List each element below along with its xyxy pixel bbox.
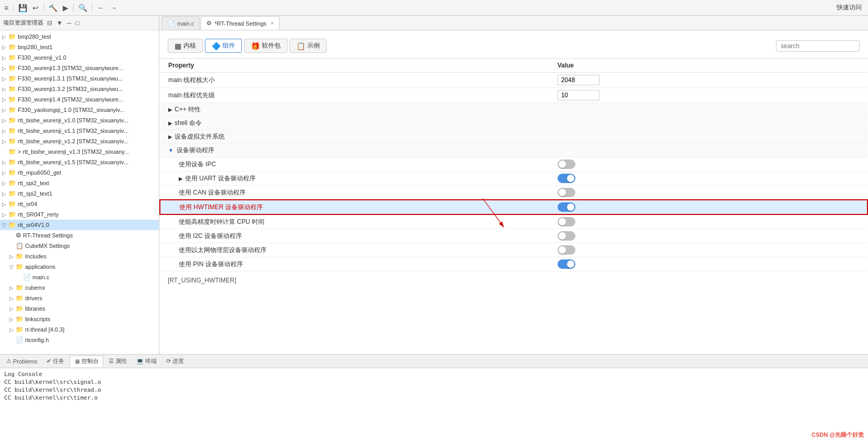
tree-arrow-drivers[interactable]: ▷	[9, 296, 15, 301]
prop-toggle-8[interactable]	[549, 186, 867, 200]
toolbar-icon-run[interactable]: ▶	[61, 3, 71, 13]
bottom-tab-terminal[interactable]: 💻终端	[132, 356, 161, 367]
sidebar-item-F330_wurenji1.3.2[interactable]: ▷📁F330_wurenji1.3.2 [STM32_sixuanyiwu...	[0, 84, 159, 94]
tree-arrow-F330_wurenji1.4[interactable]: ▷	[2, 97, 7, 103]
sidebar-item-rtt_bishe_wurenji_v1.0[interactable]: ▷📁rtt_bishe_wurenji_v1.0 [STM32_sixuanyi…	[0, 115, 159, 126]
sidebar-maximize-icon[interactable]: □	[74, 19, 80, 27]
sidebar-item-rtconfig_h[interactable]: 📄rtconfig.h	[0, 335, 159, 345]
tree-arrow-rtt_bishe_wurenji_v1.5[interactable]: ▷	[2, 160, 7, 165]
tree-arrow-F330_wurenji1.3.1[interactable]: ▷	[2, 76, 7, 82]
sidebar-item-rtt_bishe_wurenji_v1.3[interactable]: 📁> rtt_bishe_wurenji_v1.3 [STM32_sixuany…	[0, 146, 159, 157]
sidebar-minimize-icon[interactable]: ─	[65, 19, 73, 27]
tree-arrow-rtt_bishe_wurenji_v1.2[interactable]: ▷	[2, 139, 7, 144]
tab-main_c[interactable]: 📄main.c	[161, 16, 200, 30]
prop-toggle-section-val-7[interactable]	[549, 172, 867, 186]
section-arrow-inner-7[interactable]: ▶	[179, 176, 183, 181]
toggle-switch-11[interactable]	[558, 231, 575, 241]
prop-toggle-6[interactable]	[549, 157, 867, 172]
toggle-switch-10[interactable]	[558, 217, 575, 226]
bottom-tab-console[interactable]: 🖥控制台	[70, 356, 103, 367]
toggle-switch-9[interactable]	[558, 202, 575, 212]
tree-arrow-F330_wurenji1.3.2[interactable]: ▷	[2, 86, 7, 92]
sub-tab-packages[interactable]: 🎁软件包	[244, 39, 287, 53]
tree-arrow-F330_wurenji1.3[interactable]: ▷	[2, 65, 7, 71]
toggle-switch-7[interactable]	[558, 174, 575, 183]
sidebar-item-bnp280_test1[interactable]: ▷📁bnp280_test1	[0, 42, 159, 52]
tree-arrow-Includes[interactable]: ▷	[9, 254, 15, 259]
section-arrow-4[interactable]: ▶	[168, 134, 172, 140]
bottom-tab-progress[interactable]: ⟳进度	[162, 356, 188, 367]
bottom-tab-tasks[interactable]: ✔任务	[42, 356, 68, 367]
tree-arrow-bnp280_test1[interactable]: ▷	[2, 44, 7, 50]
tree-arrow-rtt_mpu6050_get[interactable]: ▷	[2, 170, 7, 176]
toggle-switch-6[interactable]	[558, 160, 575, 169]
sidebar-item-rtt_spi2_text1[interactable]: ▷📁rtt_spi2_text1	[0, 188, 159, 199]
toolbar-icon-build[interactable]: 🔨	[47, 3, 60, 13]
prop-toggle-11[interactable]	[549, 229, 867, 243]
tree-arrow-F330_yaokongqi_1.0[interactable]: ▷	[2, 107, 7, 113]
prop-section-label-2[interactable]: ▶C++ 特性	[160, 103, 867, 117]
bottom-tab-problems[interactable]: ⚠Problems	[2, 356, 41, 367]
tree-arrow-rtt_sr04[interactable]: ▷	[2, 201, 7, 207]
tree-arrow-rtt_bishe_wurenji_v1.0[interactable]: ▷	[2, 118, 7, 123]
bottom-tab-properties[interactable]: ☰属性	[105, 356, 131, 367]
sidebar-item-F330_wurenji1.4[interactable]: ▷📁F330_wurenji1.4 [STM32_sixuanyiwure...	[0, 94, 159, 105]
sidebar-item-drivers[interactable]: ▷📁drivers	[0, 293, 159, 303]
section-expand-arrow-5[interactable]: ▼	[168, 147, 173, 153]
tree-arrow-rtt_bishe_wurenji_v1.1[interactable]: ▷	[2, 128, 7, 134]
tree-arrow-rtt_SR04T_rerty[interactable]: ▷	[2, 212, 7, 218]
toolbar-icon-search[interactable]: 🔍	[76, 3, 89, 13]
toggle-switch-13[interactable]	[558, 259, 575, 269]
sidebar-collapse-icon[interactable]: ⊟	[45, 19, 54, 27]
sub-tab-components[interactable]: 🔷组件	[205, 39, 242, 53]
prop-value-0[interactable]	[549, 73, 867, 88]
tree-arrow-F330_wurenji_v1.0[interactable]: ▷	[2, 55, 7, 61]
sidebar-item-F330_wurenji_v1.0[interactable]: ▷📁F330_wurenji_v1.0	[0, 52, 159, 63]
sidebar-item-rtt_mpu6050_get[interactable]: ▷📁rtt_mpu6050_get	[0, 167, 159, 178]
prop-toggle-10[interactable]	[549, 214, 867, 229]
toggle-switch-8[interactable]	[558, 188, 575, 197]
toolbar-icon-arrow-right[interactable]: →	[108, 3, 119, 13]
sidebar-item-F330_yaokongqi_1.0[interactable]: ▷📁F330_yaokongqi_1.0 [STM32_sixuanyiv...	[0, 105, 159, 115]
sidebar-item-rtt_sr04V1.0[interactable]: ▽📁rtt_sr04V1.0	[0, 220, 159, 230]
sidebar-item-bmp280_test[interactable]: ▷📁bmp280_test	[0, 31, 159, 42]
sub-tab-examples[interactable]: 📋示例	[290, 39, 327, 53]
sidebar-item-main_c[interactable]: 📄main.c	[0, 272, 159, 282]
sidebar-item-F330_wurenji1.3[interactable]: ▷📁F330_wurenji1.3 [STM32_sixuanyiwure...	[0, 63, 159, 73]
toolbar-icon-save[interactable]: 💾	[16, 3, 29, 13]
sidebar-item-RT_Thread_Settings[interactable]: ⚙RT-Thread Settings	[0, 230, 159, 241]
sidebar-item-rtt_spi2_text[interactable]: ▷📁rtt_spi2_text	[0, 178, 159, 188]
tree-arrow-applications[interactable]: ▽	[9, 264, 15, 270]
toolbar-icon-1[interactable]: ≡	[2, 3, 10, 13]
sidebar-item-rtt_bishe_wurenji_v1.2[interactable]: ▷📁rtt_bishe_wurenji_v1.2 [STM32_sixuanyi…	[0, 136, 159, 146]
prop-section-expand-label-5[interactable]: ▼设备驱动程序	[160, 144, 867, 157]
toolbar-icon-back[interactable]: ↩	[30, 3, 41, 13]
tab-rt_thread_settings[interactable]: ⚙*RT-Thread Settings×	[201, 16, 279, 30]
prop-value-1[interactable]	[549, 88, 867, 103]
tree-arrow-linkscripts[interactable]: ▷	[9, 316, 15, 322]
sidebar-item-rt_thread[interactable]: ▷📁rt-thread [4.0.3]	[0, 324, 159, 335]
sidebar-item-rtt_SR04T_rerty[interactable]: ▷📁rtt_SR04T_rerty	[0, 209, 159, 220]
tree-arrow-rt_thread[interactable]: ▷	[9, 327, 15, 333]
sidebar-item-libraries[interactable]: ▷📁libraries	[0, 303, 159, 314]
section-arrow-3[interactable]: ▶	[168, 120, 172, 126]
toolbar-icon-arrow-left[interactable]: ←	[95, 3, 107, 13]
tree-arrow-rtt_sr04V1.0[interactable]: ▽	[2, 222, 7, 228]
sidebar-item-CubeMX_Settings[interactable]: 📋CubeMX Settings	[0, 241, 159, 251]
sidebar-item-applications[interactable]: ▽📁applications	[0, 262, 159, 272]
tree-arrow-bmp280_test[interactable]: ▷	[2, 34, 7, 40]
sidebar-item-Includes[interactable]: ▷📁Includes	[0, 251, 159, 262]
prop-highlight-val-9[interactable]	[549, 200, 867, 214]
sidebar-item-rtt_bishe_wurenji_v1.5[interactable]: ▷📁rtt_bishe_wurenji_v1.5 [STM32_sixuanyi…	[0, 157, 159, 167]
search-input[interactable]	[776, 40, 860, 52]
prop-section-label-4[interactable]: ▶设备虚拟文件系统	[160, 130, 867, 144]
tree-arrow-rtt_spi2_text[interactable]: ▷	[2, 180, 7, 186]
prop-toggle-13[interactable]	[549, 257, 867, 271]
sidebar-item-rtt_sr04[interactable]: ▷📁rtt_sr04	[0, 199, 159, 209]
sub-tab-kernel[interactable]: ▦内核	[168, 39, 203, 53]
sidebar-item-cubemx[interactable]: ▷📁cubemx	[0, 282, 159, 293]
sidebar-item-rtt_bishe_wurenji_v1.1[interactable]: ▷📁rtt_bishe_wurenji_v1.1 [STM32_sixuanyi…	[0, 126, 159, 136]
sidebar-menu-icon[interactable]: ▼	[55, 19, 64, 27]
sidebar-item-F330_wurenji1.3.1[interactable]: ▷📁F330_wurenji1.3.1 [STM32_sixuanyiwu...	[0, 73, 159, 84]
prop-toggle-12[interactable]	[549, 243, 867, 257]
